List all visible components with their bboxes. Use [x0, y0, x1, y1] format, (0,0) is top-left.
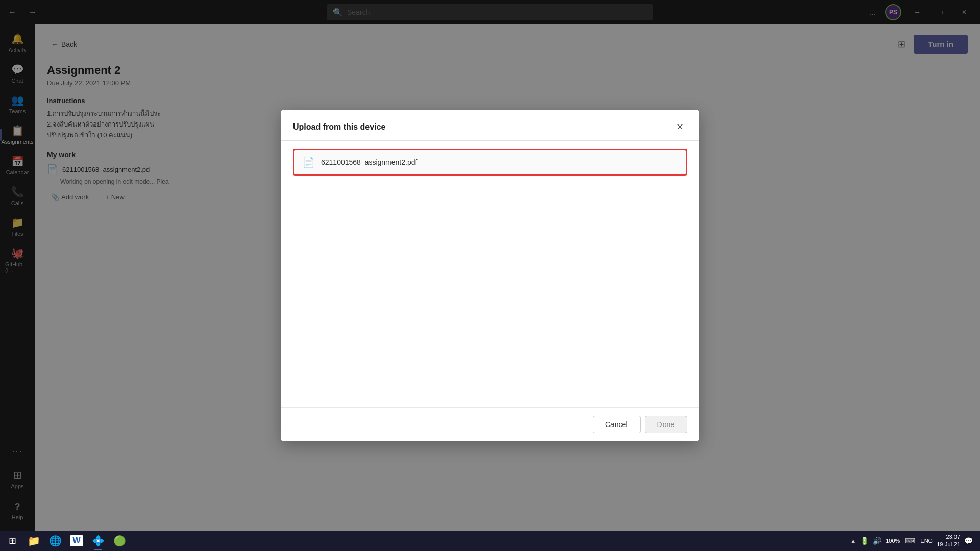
volume-icon[interactable]: 🔊 [872, 536, 883, 546]
battery-label: 100% [885, 537, 901, 545]
taskbar-system-icons: 🔋 🔊 100% [859, 536, 901, 546]
dialog-title: Upload from this device [293, 122, 385, 132]
taskbar: ⊞ 📁 🌐 W 💠 🟢 ▲ 🔋 🔊 100% ⌨ ENG 23:07 19-Ju… [0, 531, 980, 551]
lang-label[interactable]: ENG [919, 537, 934, 545]
dialog-overlay: Upload from this device ✕ 📄 6211001568_a… [0, 0, 980, 551]
start-button[interactable]: ⊞ [2, 533, 22, 549]
chrome-icon: 🌐 [49, 535, 62, 547]
taskbar-word[interactable]: W [66, 531, 87, 551]
chevron-up-icon[interactable]: ▲ [850, 538, 856, 544]
network-icon[interactable]: 🔋 [859, 536, 870, 546]
taskbar-clock[interactable]: 23:07 19-Jul-21 [937, 533, 960, 549]
dialog-file-name: 6211001568_assignment2.pdf [321, 158, 417, 166]
taskbar-chrome[interactable]: 🌐 [45, 531, 65, 551]
dialog-file-pdf-icon: 📄 [302, 156, 315, 168]
done-button[interactable]: Done [645, 416, 687, 433]
taskbar-teams[interactable]: 💠 [88, 531, 108, 551]
dialog-footer: Cancel Done [281, 407, 699, 441]
cancel-button[interactable]: Cancel [593, 416, 641, 433]
upload-dialog: Upload from this device ✕ 📄 6211001568_a… [281, 110, 699, 441]
teams-taskbar-icon: 💠 [92, 535, 105, 547]
dialog-header: Upload from this device ✕ [281, 110, 699, 141]
clock-date: 19-Jul-21 [937, 541, 960, 548]
dialog-file-entry: 📄 6211001568_assignment2.pdf [293, 149, 687, 176]
dialog-body: 📄 6211001568_assignment2.pdf [281, 141, 699, 407]
taskbar-explorer[interactable]: 📁 [23, 531, 44, 551]
notification-icon[interactable]: 💬 [963, 536, 974, 546]
keyboard-icon[interactable]: ⌨ [904, 536, 916, 546]
dialog-close-button[interactable]: ✕ [673, 120, 687, 134]
windows-icon: ⊞ [9, 535, 16, 546]
taskbar-chrome2[interactable]: 🟢 [109, 531, 130, 551]
chrome2-icon: 🟢 [113, 535, 126, 547]
system-tray: ▲ [850, 538, 856, 544]
taskbar-right: ▲ 🔋 🔊 100% ⌨ ENG 23:07 19-Jul-21 💬 [850, 533, 978, 549]
clock-time: 23:07 [937, 533, 960, 541]
word-icon: W [70, 535, 83, 546]
explorer-icon: 📁 [28, 535, 40, 547]
